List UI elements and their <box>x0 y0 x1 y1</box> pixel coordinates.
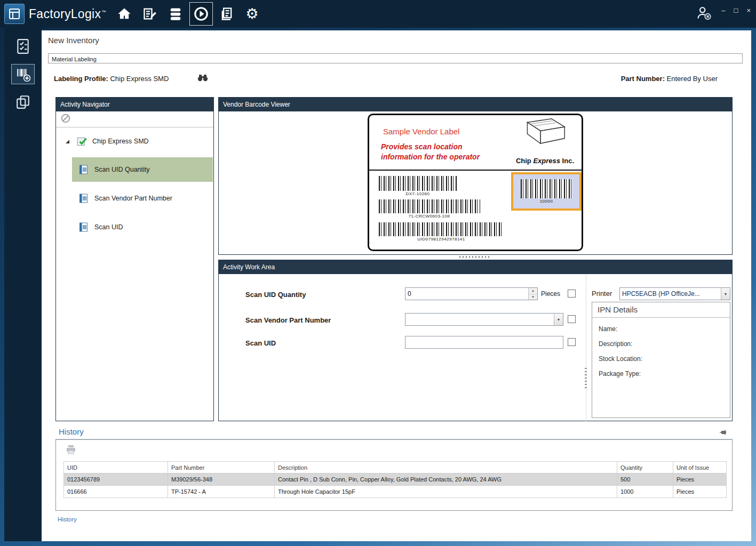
planning-icon[interactable] <box>138 2 162 26</box>
cell-description: Contact Pin , D Sub Conn, Pin, Copper Al… <box>275 473 617 486</box>
reports-icon[interactable] <box>215 2 238 26</box>
vendor-barcode-viewer-panel: Vendor Barcode Viewer Sample Vendor Labe… <box>218 97 733 255</box>
home-icon[interactable] <box>113 2 136 26</box>
cell-quantity: 1000 <box>617 486 673 498</box>
ipn-details-group: IPN Details Name: Description: Stock Loc… <box>592 302 730 418</box>
sidebar-item-checklist[interactable] <box>11 36 35 57</box>
scan-location-note-line1: Provides scan location <box>381 142 480 152</box>
tree-expander-icon[interactable]: ◢ <box>66 139 69 144</box>
pieces-suffix: Pieces <box>541 290 560 298</box>
tab-material-labeling[interactable]: Material Labeling <box>48 53 743 63</box>
chip-package-drawing <box>512 117 568 155</box>
profile-check-icon <box>76 135 88 147</box>
cell-part-number: TP-15742 - A <box>168 486 275 498</box>
stepper-down-icon[interactable]: ▼ <box>529 294 537 300</box>
history-header: History <box>55 425 733 439</box>
vertical-splitter-line <box>586 274 586 421</box>
pin-icon[interactable] <box>720 429 727 438</box>
printer-selected-value: HPC5EACB (HP OfficeJe... <box>620 288 721 300</box>
printer-dropdown-icon[interactable]: ▼ <box>721 288 730 300</box>
titlebar-right: – □ × <box>696 0 751 28</box>
print-history-icon[interactable] <box>66 445 76 457</box>
barcode-uid: UID079812942978141 <box>379 222 504 242</box>
company-part: Chip <box>516 157 534 165</box>
part-number-row: Part Number: Entered By User <box>621 75 718 83</box>
scan-location-note: Provides scan location information for t… <box>381 142 480 162</box>
materials-icon[interactable] <box>164 2 187 26</box>
titlebar: FactoryLogix™ ⚙ <box>0 0 756 28</box>
barcode-caption: DX7-10260 <box>379 191 457 196</box>
vendor-label-top-section: Sample Vendor Label Provides scan locati… <box>369 115 582 171</box>
sample-vendor-label-image: Sample Vendor Label Provides scan locati… <box>368 114 583 251</box>
part-number-value: Entered By User <box>665 75 718 83</box>
ipn-name-label: Name: <box>599 325 723 333</box>
column-header-description[interactable]: Description <box>275 462 617 473</box>
scan-vendor-part-number-checkbox[interactable] <box>568 315 576 323</box>
history-title: History <box>59 427 84 436</box>
close-button[interactable]: × <box>746 7 751 14</box>
history-table-header-row: UID Part Number Description Quantity Uni… <box>64 462 727 473</box>
tree-item-scan-uid[interactable]: Scan UID <box>72 215 213 239</box>
company-part: Inc. <box>560 157 574 165</box>
company-part-italic: Express <box>533 157 560 165</box>
scan-uid-input[interactable] <box>405 336 563 348</box>
sidebar-item-new-inventory[interactable] <box>11 64 35 84</box>
vendor-barcode-viewer-header: Vendor Barcode Viewer <box>219 98 732 111</box>
cell-uid: 0123456789 <box>64 473 168 486</box>
combo-arrow-glyph: ▼ <box>557 318 561 322</box>
ipn-fields: Name: Description: Stock Location: Packa… <box>592 318 730 392</box>
labeling-profile-value: Chip Express SMD <box>108 75 169 83</box>
app-window: FactoryLogix™ ⚙ <box>0 0 756 546</box>
cancel-activity-icon[interactable] <box>61 114 70 125</box>
ipn-description-label: Description: <box>599 340 723 348</box>
column-header-part-number[interactable]: Part Number <box>168 462 275 473</box>
profile-row: Labeling Profile: Chip Express SMD Part … <box>54 75 718 84</box>
activity-doc-icon <box>78 193 89 204</box>
app-frame: New Inventory Material Labeling Labeling… <box>0 28 756 546</box>
scan-uid-quantity-label: Scan UID Quantity <box>245 291 306 299</box>
scan-uid-quantity-input[interactable] <box>405 288 528 300</box>
tab-material-labeling-label: Material Labeling <box>52 55 97 64</box>
activity-doc-icon <box>78 222 89 232</box>
table-row[interactable]: 016666 TP-15742 - A Through Hole Capacit… <box>64 486 727 498</box>
scan-uid-checkbox[interactable] <box>568 338 576 346</box>
barcode-image <box>379 199 480 213</box>
operations-icon[interactable] <box>189 2 213 26</box>
binoculars-icon[interactable] <box>197 74 209 83</box>
scan-vendor-part-number-input[interactable] <box>405 314 554 325</box>
user-logout-icon[interactable] <box>696 5 712 22</box>
column-header-quantity[interactable]: Quantity <box>617 462 673 473</box>
column-header-uid[interactable]: UID <box>64 462 168 473</box>
settings-gear-icon[interactable]: ⚙ <box>241 2 264 26</box>
vertical-splitter-handle[interactable] <box>585 368 587 388</box>
navigator-toolbar <box>56 111 213 127</box>
column-header-unit-of-issue[interactable]: Unit of Issue <box>673 462 727 473</box>
history-link[interactable]: History <box>58 516 77 523</box>
combo-arrow-glyph: ▼ <box>724 292 728 296</box>
horizontal-splitter-handle[interactable] <box>459 256 491 258</box>
ipn-details-title: IPN Details <box>592 302 730 318</box>
tree-root-chip-express-smd[interactable]: ◢ Chip Express SMD <box>56 132 213 151</box>
activity-navigator-panel: Activity Navigator ◢ Chip Express SMD Sc… <box>55 97 214 421</box>
part-number-label: Part Number: <box>621 75 665 83</box>
sample-vendor-label-heading: Sample Vendor Label <box>383 127 459 136</box>
tree-root-label: Chip Express SMD <box>92 132 149 151</box>
table-row[interactable]: 0123456789 M39029/56-348 Contact Pin , D… <box>64 473 727 486</box>
tree-item-scan-vendor-part-number[interactable]: Scan Vendor Part Number <box>72 186 213 211</box>
tree-item-scan-uid-quantity[interactable]: Scan UID Quantity <box>72 157 213 182</box>
maximize-button[interactable]: □ <box>734 7 738 14</box>
sidebar-item-copy[interactable] <box>11 92 35 112</box>
printer-select[interactable]: HPC5EACB (HP OfficeJe... ▼ <box>619 287 730 300</box>
tree-item-label: Scan UID Quantity <box>94 166 150 173</box>
trademark: ™ <box>101 10 106 14</box>
scan-vendor-part-number-combo[interactable]: ▼ <box>405 313 563 326</box>
combo-dropdown-icon[interactable]: ▼ <box>554 314 563 325</box>
tree-item-label: Scan Vendor Part Number <box>94 195 172 202</box>
history-panel: UID Part Number Description Quantity Uni… <box>55 439 733 511</box>
activity-doc-icon <box>78 164 89 175</box>
scan-uid-quantity-checkbox[interactable] <box>568 290 576 298</box>
main-content: New Inventory Material Labeling Labeling… <box>42 30 751 541</box>
stepper-up-icon[interactable]: ▲ <box>529 288 537 294</box>
cell-part-number: M39029/56-348 <box>168 473 275 486</box>
minimize-button[interactable]: – <box>721 7 725 14</box>
